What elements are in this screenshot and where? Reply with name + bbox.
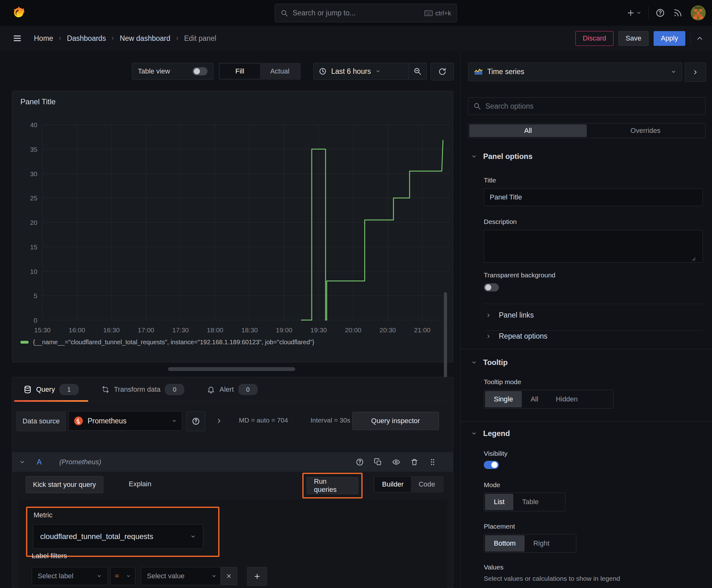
builder-option[interactable]: Builder — [374, 477, 411, 492]
legend-label[interactable]: {__name__="cloudflared_tunnel_total_requ… — [33, 339, 314, 346]
options-chevron-right-icon[interactable] — [216, 417, 222, 424]
remove-query-trash-icon[interactable] — [410, 458, 418, 466]
tab-alert[interactable]: Alert 0 — [196, 377, 269, 402]
placement-right-option[interactable]: Right — [524, 535, 558, 551]
save-button[interactable]: Save — [619, 31, 649, 46]
grafana-logo[interactable] — [11, 6, 25, 20]
svg-text:16:30: 16:30 — [103, 327, 120, 334]
transparent-background-toggle[interactable] — [484, 283, 499, 292]
actual-option[interactable]: Actual — [260, 64, 300, 79]
query-inspector-button[interactable]: Query inspector — [352, 412, 439, 430]
remove-filter-button[interactable] — [220, 567, 237, 585]
query-row-header[interactable]: A (Prometheus) — [12, 452, 453, 472]
builder-code-switch: Builder Code — [373, 476, 444, 492]
time-range-picker[interactable]: Last 6 hours — [313, 63, 427, 80]
resize-handle-icon[interactable] — [691, 257, 696, 261]
code-option[interactable]: Code — [411, 477, 443, 492]
svg-text:19:00: 19:00 — [276, 327, 293, 334]
panel-links-section[interactable]: Panel links — [486, 311, 534, 319]
chevron-right-icon — [175, 36, 180, 41]
bell-icon — [207, 385, 215, 394]
hamburger-icon — [13, 34, 22, 43]
section-caret-down-icon — [471, 153, 477, 159]
menu-button[interactable] — [13, 34, 22, 43]
add-filter-button[interactable] — [247, 567, 267, 586]
help-button[interactable] — [655, 8, 665, 18]
tooltip-single-option[interactable]: Single — [485, 391, 522, 407]
breadcrumb-new-dashboard[interactable]: New dashboard — [120, 34, 170, 43]
tab-query-label: Query — [36, 385, 55, 394]
table-view-control: Table view — [132, 63, 214, 80]
svg-text:30: 30 — [30, 170, 37, 177]
toggle-viz-picker-button[interactable] — [685, 63, 706, 82]
collapse-caret-down-icon[interactable] — [19, 459, 25, 465]
legend-heading[interactable]: Legend — [471, 429, 510, 438]
svg-text:15:30: 15:30 — [34, 327, 51, 334]
breadcrumb-home[interactable]: Home — [34, 34, 53, 43]
zoom-out-button[interactable] — [408, 67, 427, 76]
caret-down-icon — [375, 69, 381, 74]
svg-text:25: 25 — [30, 194, 37, 202]
resize-drag-handle[interactable] — [168, 367, 295, 371]
tab-transform[interactable]: Transform data 0 — [90, 377, 196, 402]
chevron-right-icon — [486, 313, 491, 318]
avatar[interactable] — [691, 5, 706, 20]
tab-alert-label: Alert — [219, 385, 234, 394]
tab-all[interactable]: All — [469, 124, 587, 137]
new-button[interactable] — [626, 8, 641, 17]
kick-start-query-button[interactable]: Kick start your query — [26, 476, 103, 493]
description-textarea[interactable] — [484, 230, 703, 262]
search-options-field[interactable] — [468, 97, 706, 115]
visibility-toggle[interactable] — [484, 461, 499, 469]
legend-table-option[interactable]: Table — [513, 494, 547, 510]
refresh-button[interactable] — [430, 63, 454, 80]
tab-transform-label: Transform data — [114, 385, 160, 394]
datasource-picker[interactable]: Prometheus — [68, 411, 182, 430]
datasource-help-button[interactable] — [187, 411, 205, 431]
panel-title-input[interactable]: Panel Title — [484, 188, 703, 206]
select-label-dropdown[interactable]: Select label — [32, 567, 108, 585]
legend-list-option[interactable]: List — [485, 494, 513, 510]
transform-icon — [102, 385, 110, 394]
search-options-input[interactable] — [485, 102, 700, 111]
query-help-icon[interactable] — [356, 458, 364, 466]
operator-dropdown[interactable]: = — [110, 567, 135, 585]
tab-overrides[interactable]: Overrides — [587, 124, 704, 137]
repeat-options-section[interactable]: Repeat options — [486, 332, 547, 340]
search-input[interactable] — [292, 8, 421, 18]
query-ref-id: A — [37, 458, 42, 466]
discard-button[interactable]: Discard — [576, 31, 613, 46]
tooltip-hidden-option[interactable]: Hidden — [547, 391, 587, 407]
svg-text:0: 0 — [34, 317, 37, 324]
duplicate-icon[interactable] — [374, 458, 382, 466]
panel-options-heading[interactable]: Panel options — [471, 152, 533, 161]
tab-query[interactable]: Query 1 — [12, 377, 90, 402]
query-datasource-name: (Prometheus) — [59, 458, 101, 466]
metric-select[interactable]: cloudflared_tunnel_total_requests — [33, 524, 203, 549]
svg-text:16:00: 16:00 — [69, 327, 85, 334]
svg-text:18:00: 18:00 — [207, 327, 223, 334]
tooltip-all-option[interactable]: All — [522, 391, 547, 407]
drag-grip-icon[interactable] — [429, 458, 437, 466]
placement-bottom-option[interactable]: Bottom — [485, 535, 524, 551]
chart-legend: {__name__="cloudflared_tunnel_total_requ… — [20, 339, 314, 346]
panel-links-label: Panel links — [499, 311, 534, 319]
news-button[interactable] — [673, 8, 683, 18]
apply-button[interactable]: Apply — [654, 31, 685, 46]
breadcrumb-dashboards[interactable]: Dashboards — [67, 34, 106, 43]
placement-label: Placement — [484, 523, 515, 530]
tooltip-heading[interactable]: Tooltip — [471, 358, 508, 367]
metric-value: cloudflared_tunnel_total_requests — [40, 532, 153, 541]
visualization-picker[interactable]: Time series — [468, 63, 682, 81]
all-overrides-tabs: All Overrides — [468, 123, 706, 138]
search-bar[interactable]: ctrl+k — [275, 4, 457, 22]
select-value-dropdown[interactable]: Select value — [141, 567, 237, 585]
collapse-chevron-up-icon[interactable] — [696, 34, 704, 42]
fill-option[interactable]: Fill — [220, 64, 260, 79]
hide-response-eye-icon[interactable] — [392, 458, 400, 466]
time-series-chart[interactable]: 15:3016:0016:3017:0017:3018:0018:3019:00… — [12, 91, 453, 362]
zoom-out-icon — [413, 67, 422, 76]
values-label: Values — [484, 564, 503, 571]
table-view-toggle[interactable] — [192, 67, 208, 76]
run-queries-button[interactable]: Run queries — [307, 477, 358, 494]
